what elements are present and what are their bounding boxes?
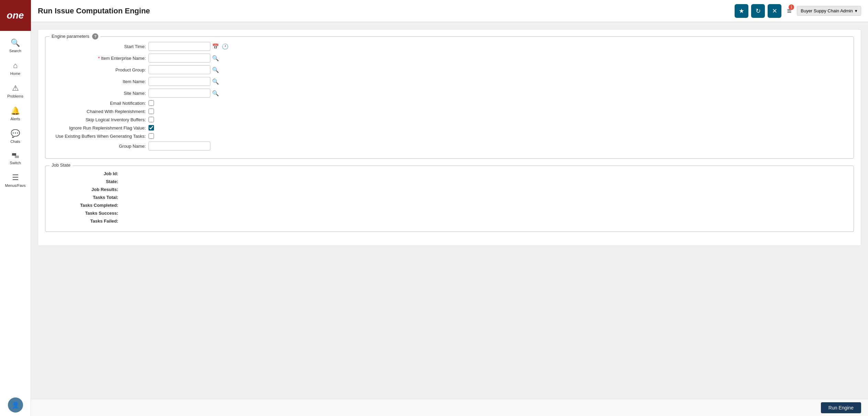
user-label: Buyer Suppy Chain Admin	[801, 8, 853, 13]
user-dropdown[interactable]: Buyer Suppy Chain Admin ▾	[797, 6, 861, 16]
search-mag-icon: 🔍	[212, 79, 219, 85]
chevron-down-icon: ▾	[855, 8, 857, 13]
engine-params-legend: Engine parameters ?	[50, 33, 100, 40]
engine-params-title: Engine parameters	[52, 34, 89, 39]
calendar-icon: 📅	[212, 44, 219, 49]
chained-replenishment-checkbox[interactable]	[149, 109, 154, 114]
notification-badge: 1	[789, 4, 794, 10]
tasks-failed-label: Tasks Failed:	[52, 218, 121, 224]
item-enterprise-name-label: Item Enterprise Name:	[52, 56, 149, 61]
sidebar-item-label: Chats	[10, 139, 20, 144]
chained-replenishment-row: Chained With Replenishment:	[52, 109, 847, 114]
bell-icon: 🔔	[11, 106, 20, 115]
sidebar-bottom: 👤	[0, 397, 31, 413]
item-name-row: Item Name: 🔍	[52, 77, 847, 86]
tasks-success-label: Tasks Success:	[52, 211, 121, 216]
svg-rect-0	[12, 153, 16, 156]
close-icon: ✕	[772, 7, 777, 15]
skip-logical-label: Skip Logical Inventory Buffers:	[52, 117, 149, 122]
chat-icon: 💬	[11, 129, 20, 138]
calendar-button[interactable]: 📅	[211, 43, 220, 50]
job-id-label: Job Id:	[52, 171, 121, 176]
home-icon: ⌂	[13, 61, 18, 70]
search-icon: 🔍	[11, 38, 20, 47]
clock-icon: 🕐	[222, 44, 229, 49]
job-state-section: Job State Job Id: State: Job Results: Ta…	[45, 166, 854, 232]
start-time-label: Start Time:	[52, 44, 149, 49]
avatar-icon: 👤	[12, 401, 19, 409]
sidebar-item-home[interactable]: ⌂ Home	[0, 57, 31, 80]
info-icon[interactable]: ?	[92, 33, 98, 40]
tasks-total-label: Tasks Total:	[52, 195, 121, 200]
svg-rect-1	[15, 156, 19, 158]
skip-logical-checkbox[interactable]	[149, 117, 154, 122]
close-button[interactable]: ✕	[768, 4, 781, 18]
use-existing-buffers-label: Use Existing Buffers When Generating Tas…	[52, 134, 149, 139]
email-notification-label: Email Notification:	[52, 101, 149, 106]
menu-button[interactable]: ≡ 1	[784, 5, 794, 17]
chained-replenishment-label: Chained With Replenishment:	[52, 109, 149, 114]
item-name-input[interactable]	[149, 77, 210, 86]
item-enterprise-search-button[interactable]: 🔍	[211, 55, 220, 62]
state-label: State:	[52, 179, 121, 184]
site-name-input[interactable]	[149, 89, 210, 98]
product-group-input[interactable]	[149, 65, 210, 74]
item-name-input-group: 🔍	[149, 77, 220, 86]
group-name-input[interactable]	[149, 142, 210, 150]
star-icon: ★	[739, 7, 744, 15]
menus-icon: ☰	[12, 173, 19, 182]
sidebar-item-chats[interactable]: 💬 Chats	[0, 125, 31, 148]
ignore-replenishment-row: Ignore Run Replenishment Flag Value:	[52, 125, 847, 131]
group-name-row: Group Name:	[52, 142, 847, 150]
run-engine-button[interactable]: Run Engine	[821, 402, 861, 413]
search-mag-icon: 🔍	[212, 55, 219, 61]
state-row: State:	[52, 179, 847, 184]
main-area: Run Issue Computation Engine ★ ↻ ✕ ≡ 1 B…	[31, 0, 868, 416]
refresh-icon: ↻	[756, 7, 761, 15]
job-results-row: Job Results:	[52, 187, 847, 192]
sidebar-item-label: Switch	[10, 161, 21, 165]
item-enterprise-name-row: Item Enterprise Name: 🔍	[52, 54, 847, 63]
tasks-failed-row: Tasks Failed:	[52, 218, 847, 224]
content-area: Engine parameters ? Start Time: 📅 🕐	[31, 22, 868, 399]
item-enterprise-name-input[interactable]	[149, 54, 210, 63]
tasks-success-row: Tasks Success:	[52, 211, 847, 216]
clock-button[interactable]: 🕐	[221, 43, 230, 50]
sidebar-item-problems[interactable]: ⚠ Problems	[0, 80, 31, 102]
site-name-input-group: 🔍	[149, 89, 220, 98]
ignore-replenishment-checkbox[interactable]	[149, 125, 154, 131]
ignore-replenishment-label: Ignore Run Replenishment Flag Value:	[52, 125, 149, 131]
email-notification-checkbox[interactable]	[149, 100, 154, 106]
use-existing-buffers-checkbox[interactable]	[149, 133, 154, 139]
product-group-search-button[interactable]: 🔍	[211, 66, 220, 74]
job-state-legend: Job State	[50, 162, 73, 168]
tasks-completed-row: Tasks Completed:	[52, 203, 847, 208]
sidebar-item-search[interactable]: 🔍 Search	[0, 34, 31, 57]
job-id-row: Job Id:	[52, 171, 847, 176]
item-name-search-button[interactable]: 🔍	[211, 78, 220, 85]
sidebar-item-label: Home	[10, 71, 20, 76]
refresh-button[interactable]: ↻	[751, 4, 765, 18]
site-name-search-button[interactable]: 🔍	[211, 90, 220, 97]
user-avatar[interactable]: 👤	[8, 397, 23, 413]
sidebar-item-label: Alerts	[10, 117, 20, 121]
page-title: Run Issue Computation Engine	[38, 7, 735, 15]
header-actions: ★ ↻ ✕ ≡ 1 Buyer Suppy Chain Admin ▾	[735, 4, 861, 18]
use-existing-buffers-row: Use Existing Buffers When Generating Tas…	[52, 133, 847, 139]
app-logo[interactable]: one	[0, 0, 31, 31]
product-group-row: Product Group: 🔍	[52, 65, 847, 74]
favorite-button[interactable]: ★	[735, 4, 748, 18]
email-notification-row: Email Notification:	[52, 100, 847, 106]
job-state-title: Job State	[52, 162, 70, 168]
logo-text: one	[7, 10, 24, 21]
sidebar-item-alerts[interactable]: 🔔 Alerts	[0, 102, 31, 125]
tasks-completed-label: Tasks Completed:	[52, 203, 121, 208]
search-mag-icon: 🔍	[212, 90, 219, 96]
sidebar-item-menus[interactable]: ☰ Menus/Favs	[0, 169, 31, 192]
start-time-input[interactable]	[149, 42, 210, 51]
footer: Run Engine	[31, 399, 868, 416]
product-group-label: Product Group:	[52, 67, 149, 72]
engine-params-section: Engine parameters ? Start Time: 📅 🕐	[45, 36, 854, 159]
site-name-label: Site Name:	[52, 91, 149, 96]
sidebar-item-switch[interactable]: Switch	[0, 148, 31, 169]
